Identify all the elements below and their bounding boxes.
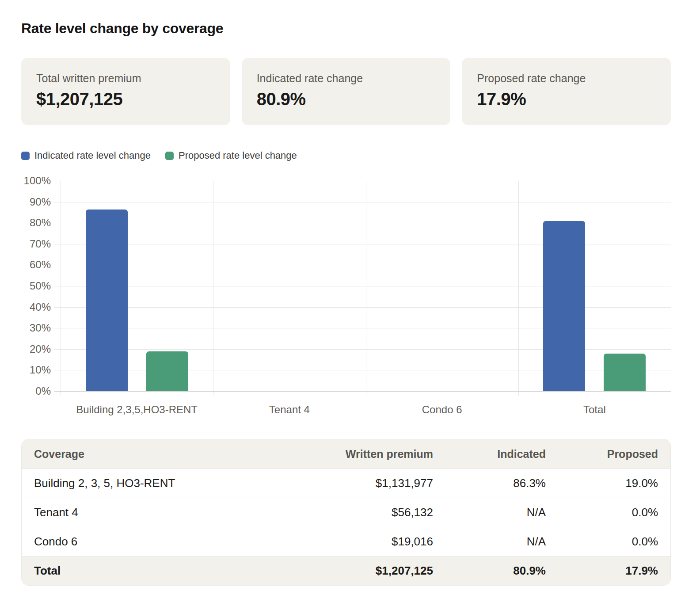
table-total-cell: 80.9%: [433, 564, 546, 578]
table-cell: 0.0%: [546, 535, 670, 549]
table-cell: N/A: [433, 506, 546, 519]
chart-legend: Indicated rate level changeProposed rate…: [21, 150, 671, 161]
summary-card-value: 17.9%: [477, 88, 656, 110]
table-total-row: Total$1,207,12580.9%17.9%: [22, 556, 670, 585]
summary-card-label: Proposed rate change: [477, 72, 656, 85]
legend-item: Proposed rate level change: [165, 150, 297, 161]
y-axis-tick-label: 0%: [35, 386, 51, 396]
rate-change-bar-chart: 0%10%20%30%40%50%60%70%80%90%100% Buildi…: [21, 175, 671, 413]
summary-cards: Total written premium$1,207,125Indicated…: [21, 58, 671, 125]
table-cell: 19.0%: [546, 476, 670, 490]
x-axis-category-label: Condo 6: [422, 404, 462, 416]
table-header-cell: Written premium: [287, 448, 433, 461]
summary-card-label: Total written premium: [36, 72, 215, 85]
table-cell: Tenant 4: [22, 506, 287, 519]
summary-card: Total written premium$1,207,125: [21, 58, 230, 125]
y-axis-tick-label: 40%: [30, 302, 51, 312]
indicated-bar: [86, 210, 128, 391]
y-axis-tick-label: 20%: [30, 344, 51, 354]
coverage-table-header: CoverageWritten premiumIndicatedProposed: [22, 439, 670, 469]
table-cell: $19,016: [287, 535, 433, 549]
table-total-cell: $1,207,125: [287, 564, 433, 578]
y-axis-tick-label: 50%: [30, 281, 51, 291]
table-header-cell: Indicated: [433, 448, 546, 461]
table-total-cell: 17.9%: [546, 564, 670, 578]
legend-swatch: [21, 152, 30, 160]
chart-y-axis: 0%10%20%30%40%50%60%70%80%90%100%: [21, 181, 51, 391]
y-axis-tick-label: 70%: [30, 239, 51, 249]
proposed-bar: [146, 351, 188, 391]
summary-card-value: $1,207,125: [36, 88, 215, 110]
table-cell: Condo 6: [22, 535, 287, 549]
table-row: Condo 6$19,016N/A0.0%: [22, 527, 670, 556]
y-axis-tick-label: 90%: [30, 197, 51, 207]
chart-category-divider: [213, 181, 213, 396]
chart-category-divider: [671, 181, 671, 396]
table-cell: $1,131,977: [287, 476, 433, 490]
summary-card-label: Indicated rate change: [257, 72, 436, 85]
x-axis-category-label: Total: [583, 404, 606, 416]
table-cell: N/A: [433, 535, 546, 549]
legend-item: Indicated rate level change: [21, 150, 151, 161]
page-title: Rate level change by coverage: [21, 19, 671, 37]
x-axis-category-label: Tenant 4: [269, 404, 310, 416]
chart-gridline: [54, 181, 671, 181]
coverage-table: CoverageWritten premiumIndicatedProposed…: [21, 439, 671, 586]
chart-category-divider: [518, 181, 519, 396]
y-axis-tick-label: 30%: [30, 323, 51, 333]
indicated-bar: [543, 221, 585, 391]
legend-item-label: Proposed rate level change: [179, 150, 297, 161]
chart-category-divider: [61, 181, 61, 396]
y-axis-tick-label: 10%: [30, 365, 51, 375]
table-header-row: CoverageWritten premiumIndicatedProposed: [22, 439, 670, 469]
chart-category-divider: [366, 181, 366, 396]
table-total-cell: Total: [22, 564, 287, 578]
y-axis-tick-label: 60%: [30, 259, 51, 270]
summary-card-value: 80.9%: [257, 88, 436, 110]
table-row: Tenant 4$56,132N/A0.0%: [22, 498, 670, 527]
summary-card: Proposed rate change17.9%: [462, 58, 671, 125]
y-axis-tick-label: 80%: [30, 217, 51, 228]
table-cell: Building 2, 3, 5, HO3-RENT: [22, 476, 287, 490]
table-row: Building 2, 3, 5, HO3-RENT$1,131,97786.3…: [22, 469, 670, 498]
table-cell: $56,132: [287, 506, 433, 519]
chart-gridline: [54, 202, 671, 202]
table-header-cell: Proposed: [546, 448, 670, 461]
rate-level-change-page: Rate level change by coverage Total writ…: [0, 0, 700, 586]
y-axis-tick-label: 100%: [24, 175, 51, 186]
proposed-bar: [604, 354, 646, 391]
table-cell: 86.3%: [433, 476, 546, 490]
table-header-cell: Coverage: [22, 448, 287, 461]
legend-swatch: [165, 152, 174, 160]
table-cell: 0.0%: [546, 506, 670, 519]
x-axis-category-label: Building 2,3,5,HO3-RENT: [76, 404, 198, 416]
coverage-table-body: Building 2, 3, 5, HO3-RENT$1,131,97786.3…: [22, 469, 670, 585]
chart-plot-area: [61, 181, 671, 391]
summary-card: Indicated rate change80.9%: [242, 58, 451, 125]
legend-item-label: Indicated rate level change: [34, 150, 151, 161]
